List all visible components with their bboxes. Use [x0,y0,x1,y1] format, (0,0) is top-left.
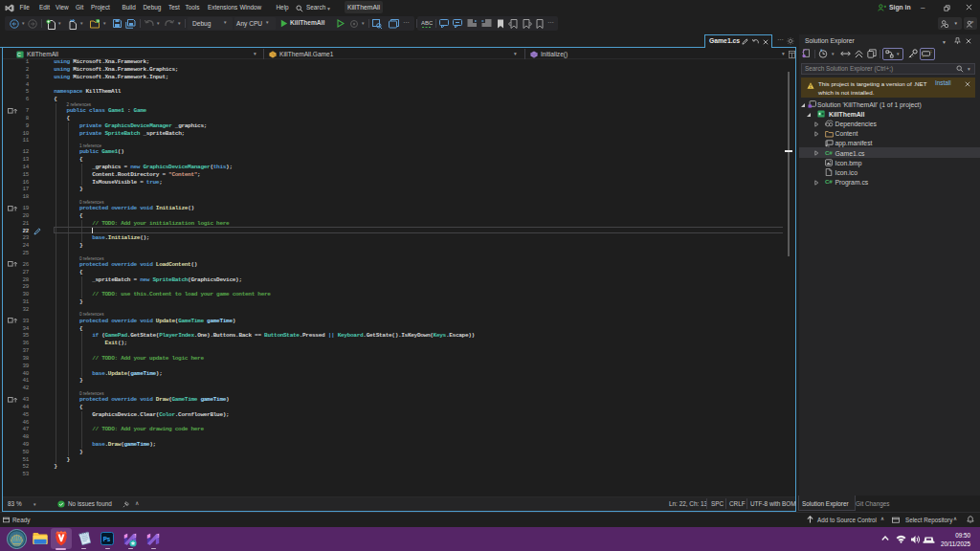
svg-text:P: P [970,20,973,25]
svg-text:C: C [17,52,21,57]
svg-text:ABC: ABC [421,20,433,26]
svg-text:Ps: Ps [103,536,111,542]
